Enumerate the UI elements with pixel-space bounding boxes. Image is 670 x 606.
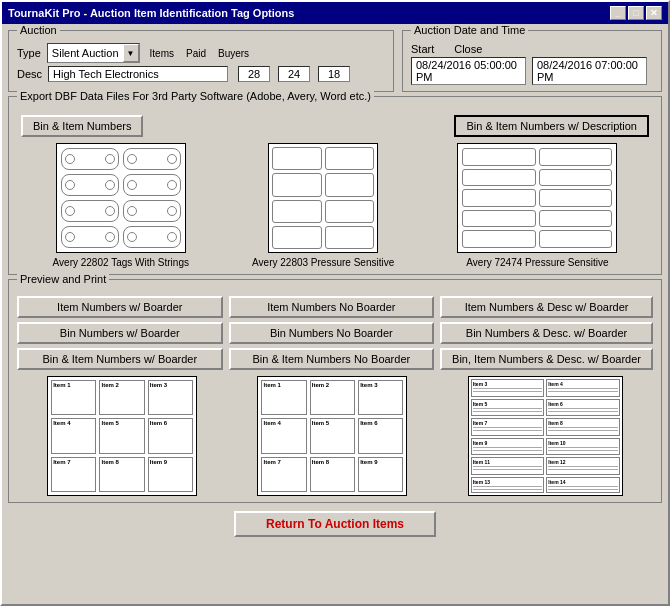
close-date-input[interactable]: 08/24/2016 07:00:00 PM <box>532 57 647 85</box>
start-label: Start <box>411 43 434 55</box>
close-button[interactable]: ✕ <box>646 6 662 20</box>
thumb2-cell-5: Item 5 <box>310 418 355 453</box>
thumb2-cell-7: Item 7 <box>261 457 306 492</box>
thumb-3: Item 3 Item 4 Item 5 <box>468 376 623 496</box>
r74-3 <box>462 169 536 187</box>
r74-5 <box>462 189 536 207</box>
bin-numbers-no-boarder-button[interactable]: Bin Numbers No Boarder <box>229 322 435 344</box>
title-bar: TournaKit Pro - Auction Item Identificat… <box>2 2 668 24</box>
preview-col-3: Item Numbers & Desc w/ Boarder Bin Numbe… <box>440 296 653 370</box>
thumb-cell-9: Item 9 <box>148 457 193 492</box>
preview-col-1: Item Numbers w/ Boarder Bin Numbers w/ B… <box>17 296 223 370</box>
bin-numbers-boarder-button[interactable]: Bin Numbers w/ Boarder <box>17 322 223 344</box>
buyers-value: 18 <box>318 66 350 82</box>
item-numbers-no-boarder-button[interactable]: Item Numbers No Boarder <box>229 296 435 318</box>
desc-value[interactable]: High Tech Electronics <box>48 66 228 82</box>
thumb-1: Item 1 Item 2 Item 3 Item 4 Item 5 Item … <box>47 376 197 496</box>
thumb2-cell-3: Item 3 <box>358 380 403 415</box>
avery-22802-caption: Avery 22802 Tags With Strings <box>53 257 189 268</box>
desc-label: Desc <box>17 68 42 80</box>
export-buttons: Bin & Item Numbers Bin & Item Numbers w/… <box>17 115 653 137</box>
preview-col-2: Item Numbers No Boarder Bin Numbers No B… <box>229 296 435 370</box>
avery-72474-caption: Avery 72474 Pressure Sensitive <box>466 257 608 268</box>
tr-cell-4: Item 6 <box>546 399 620 417</box>
preview-legend: Preview and Print <box>17 273 109 285</box>
tr-cell-12: Item 14 <box>546 477 620 493</box>
window-controls: _ □ ✕ <box>610 6 662 20</box>
paid-value: 24 <box>278 66 310 82</box>
tr-cell-6: Item 8 <box>546 418 620 436</box>
tag-8 <box>123 226 181 248</box>
thumb2-cell-8: Item 8 <box>310 457 355 492</box>
tr-cell-5: Item 7 <box>471 418 545 436</box>
avery-22803-preview: Avery 22803 Pressure Sensitive <box>252 143 394 268</box>
maximize-button[interactable]: □ <box>628 6 644 20</box>
tag-1 <box>61 148 119 170</box>
thumb2-cell-2: Item 2 <box>310 380 355 415</box>
r74-7 <box>462 210 536 228</box>
preview-fieldset: Preview and Print Item Numbers w/ Boarde… <box>8 279 662 503</box>
close-label: Close <box>454 43 482 55</box>
thumb2-cell-9: Item 9 <box>358 457 403 492</box>
datetime-fieldset: Auction Date and Time Start Close 08/24/… <box>402 30 662 92</box>
label-previews: Avery 22802 Tags With Strings Avery <box>17 143 653 268</box>
rect-2 <box>325 147 375 170</box>
tr-cell-3: Item 5 <box>471 399 545 417</box>
tr-cell-2: Item 4 <box>546 379 620 397</box>
bin-item-numbers-boarder-button[interactable]: Bin & Item Numbers w/ Boarder <box>17 348 223 370</box>
thumb-cell-1: Item 1 <box>51 380 96 415</box>
thumb-cell-2: Item 2 <box>99 380 144 415</box>
tag-2 <box>123 148 181 170</box>
minimize-button[interactable]: _ <box>610 6 626 20</box>
thumb2-cell-4: Item 4 <box>261 418 306 453</box>
thumb-cell-3: Item 3 <box>148 380 193 415</box>
bin-item-numbers-no-boarder-button[interactable]: Bin & Item Numbers No Boarder <box>229 348 435 370</box>
rect-5 <box>272 200 322 223</box>
r74-4 <box>539 169 613 187</box>
thumb2-cell-6: Item 6 <box>358 418 403 453</box>
tr-cell-8: Item 10 <box>546 438 620 456</box>
main-window: TournaKit Pro - Auction Item Identificat… <box>0 0 670 606</box>
export-fieldset: Export DBF Data Files For 3rd Party Soft… <box>8 96 662 275</box>
items-header: Items Paid Buyers <box>150 48 250 59</box>
bin-item-desc-boarder-button[interactable]: Bin, Item Numbers & Desc. w/ Boarder <box>440 348 653 370</box>
items-value: 28 <box>238 66 270 82</box>
thumb-cell-4: Item 4 <box>51 418 96 453</box>
rect-6 <box>325 200 375 223</box>
tr-cell-9: Item 11 <box>471 457 545 475</box>
bin-item-numbers-desc-button[interactable]: Bin & Item Numbers w/ Description <box>454 115 649 137</box>
item-desc-boarder-button[interactable]: Item Numbers & Desc w/ Boarder <box>440 296 653 318</box>
start-date-input[interactable]: 08/24/2016 05:00:00 PM <box>411 57 526 85</box>
items-col-label: Items <box>150 48 174 59</box>
type-dropdown-arrow[interactable]: ▼ <box>123 44 139 62</box>
tag-6 <box>123 200 181 222</box>
tr-cell-11: Item 13 <box>471 477 545 493</box>
r74-8 <box>539 210 613 228</box>
return-button[interactable]: Return To Auction Items <box>234 511 436 537</box>
tr-cell-10: Item 12 <box>546 457 620 475</box>
preview-buttons: Item Numbers w/ Boarder Bin Numbers w/ B… <box>17 296 653 370</box>
rect-7 <box>272 226 322 249</box>
tr-cell-7: Item 9 <box>471 438 545 456</box>
item-numbers-boarder-button[interactable]: Item Numbers w/ Boarder <box>17 296 223 318</box>
auction-fieldset: Auction Type Silent Auction ▼ Items Paid… <box>8 30 394 92</box>
avery-22803-grid <box>268 143 378 253</box>
r74-1 <box>462 148 536 166</box>
thumb-cell-7: Item 7 <box>51 457 96 492</box>
bin-item-numbers-button[interactable]: Bin & Item Numbers <box>21 115 143 137</box>
avery-22802-preview: Avery 22802 Tags With Strings <box>53 143 189 268</box>
avery-72474-preview: Avery 72474 Pressure Sensitive <box>457 143 617 268</box>
bottom-row: Return To Auction Items <box>8 511 662 537</box>
r74-9 <box>462 230 536 248</box>
thumb-cell-5: Item 5 <box>99 418 144 453</box>
avery-72474-grid <box>457 143 617 253</box>
tag-3 <box>61 174 119 196</box>
type-value: Silent Auction <box>48 46 123 60</box>
tag-7 <box>61 226 119 248</box>
thumb-cell-8: Item 8 <box>99 457 144 492</box>
bin-desc-boarder-button[interactable]: Bin Numbers & Desc. w/ Boarder <box>440 322 653 344</box>
buyers-col-label: Buyers <box>218 48 249 59</box>
thumb2-cell-1: Item 1 <box>261 380 306 415</box>
export-legend: Export DBF Data Files For 3rd Party Soft… <box>17 90 374 102</box>
r74-2 <box>539 148 613 166</box>
